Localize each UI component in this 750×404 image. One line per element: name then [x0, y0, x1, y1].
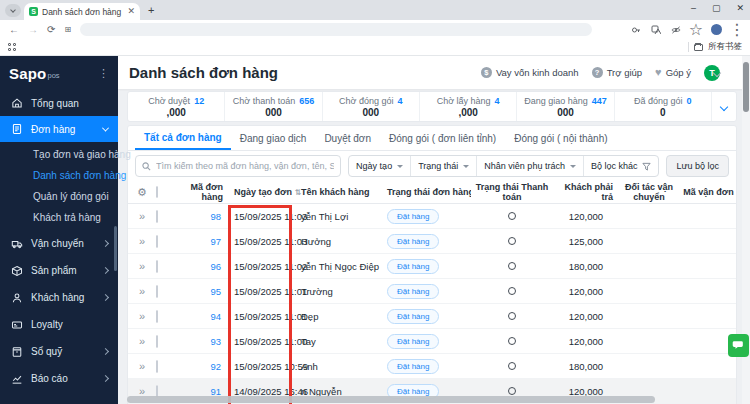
feedback-link[interactable]: ♥ Góp ý [655, 67, 691, 78]
row-checkbox[interactable] [156, 260, 158, 273]
browser-menu-icon[interactable]: ⋮ [732, 25, 742, 35]
tab-in-transaction[interactable]: Đang giao dịch [231, 126, 316, 150]
search-box[interactable] [135, 155, 341, 177]
col-created-date[interactable]: Ngày tạo đơn ⇅ [229, 187, 293, 197]
save-filter-button[interactable]: Lưu bộ lọc [666, 155, 729, 177]
order-code-link[interactable]: 96 [182, 261, 229, 272]
filter-date-created[interactable]: Ngày tạo [349, 156, 411, 176]
sidebar-item-overview[interactable]: Tổng quan [0, 90, 118, 116]
order-code-link[interactable]: 94 [182, 311, 229, 322]
col-order-status[interactable]: Trạng thái đơn hàng [381, 187, 471, 197]
back-icon[interactable]: ← [9, 25, 19, 35]
tab-pack-city[interactable]: Đóng gói ( nội thành) [505, 126, 616, 150]
stats-expand-chevron[interactable] [712, 92, 736, 121]
sidebar-subitem-returns[interactable]: Khách trả hàng [0, 207, 118, 228]
sidebar-subitem-order-list[interactable]: Danh sách đơn hàng [0, 165, 118, 186]
select-all-checkbox[interactable] [156, 186, 158, 198]
row-checkbox[interactable] [156, 210, 158, 223]
order-code-link[interactable]: 93 [182, 336, 229, 347]
order-code-link[interactable]: 97 [182, 236, 229, 247]
help-link[interactable]: ? Trợ giúp [592, 67, 642, 78]
order-code-link[interactable]: 92 [182, 361, 229, 372]
col-amount-due[interactable]: Khách phải trả [553, 182, 617, 202]
side-panel-icon[interactable]: ⊞ [64, 25, 71, 35]
col-customer-name[interactable]: Tên khách hàng [293, 187, 381, 197]
filter-status[interactable]: Trạng thái [411, 156, 477, 176]
forward-icon[interactable]: → [28, 25, 38, 35]
order-code-link[interactable]: 91 [182, 386, 229, 397]
row-expand-icon[interactable]: » [128, 360, 156, 372]
row-expand-icon[interactable]: » [128, 335, 156, 347]
sidebar-subitem-create-order[interactable]: Tạo đơn và giao hàng [0, 144, 118, 165]
all-bookmarks-label[interactable]: 所有书签 [708, 41, 742, 53]
window-minimize-button[interactable]: – [691, 3, 696, 13]
browser-tab[interactable]: S Danh sách đơn hàng ✕ [24, 3, 140, 20]
tab-close-icon[interactable]: ✕ [127, 7, 135, 16]
filter-other[interactable]: Bộ lọc khác [584, 156, 659, 176]
amount-due: 120,000 [553, 386, 617, 397]
stat-da-dong-goi[interactable]: Đã đóng gói0 0 [615, 92, 712, 121]
address-bar[interactable] [80, 23, 592, 36]
tab-pack-interprovince[interactable]: Đóng gói ( đơn liên tỉnh) [380, 126, 505, 150]
sidebar-item-reports[interactable]: Báo cáo [0, 365, 118, 392]
stat-dang-giao-hang[interactable]: Đang giao hàng447 000 [517, 92, 614, 121]
bookmark-star-icon[interactable]: ☆ [691, 25, 701, 35]
sidebar-scrollbar[interactable] [114, 226, 117, 271]
table-row[interactable]: » 95 15/09/2025 11:01 Trường Đặt hàng 12… [128, 279, 736, 304]
column-settings-gear-icon[interactable]: ⚙ [128, 186, 156, 199]
sidebar-item-shipping[interactable]: Vận chuyển [0, 230, 118, 257]
col-order-code[interactable]: Mã đơn hàng [182, 182, 229, 202]
horizontal-scrollbar-thumb[interactable] [127, 396, 655, 403]
col-payment-status[interactable]: Trạng thái Thanh toán [471, 182, 553, 202]
order-code-link[interactable]: 98 [182, 211, 229, 222]
stat-cho-thanh-toan[interactable]: Chờ thanh toán656 000 [225, 92, 322, 121]
window-close-button[interactable]: ✕ [736, 3, 744, 13]
table-row[interactable]: » 96 15/09/2025 11:02 yễn Thị Ngọc Điệp … [128, 254, 736, 279]
stat-cho-duyet[interactable]: Chờ duyệt12 ,000 [128, 92, 225, 121]
sidebar-item-loyalty[interactable]: Loyalty [0, 311, 118, 338]
row-checkbox[interactable] [156, 310, 158, 323]
new-tab-button[interactable]: + [148, 5, 154, 16]
support-chat-button[interactable] [728, 334, 749, 357]
row-checkbox[interactable] [156, 235, 158, 248]
filter-staff[interactable]: Nhân viên phụ trách [477, 156, 584, 176]
apps-grid-icon[interactable] [8, 43, 16, 51]
row-checkbox[interactable] [156, 335, 158, 348]
tab-approve[interactable]: Duyệt đơn [315, 126, 380, 150]
passkey-icon[interactable] [631, 25, 641, 35]
vertical-scrollbar-thumb[interactable] [743, 62, 749, 112]
order-code-link[interactable]: 95 [182, 286, 229, 297]
table-row[interactable]: » 94 15/09/2025 11:01 Đẹp Đặt hàng 120,0… [128, 304, 736, 329]
eye-off-icon[interactable] [671, 25, 681, 35]
translate-icon[interactable] [651, 25, 661, 35]
tab-search-button[interactable] [5, 4, 21, 17]
sidebar-subitem-packing[interactable]: Quản lý đóng gói [0, 186, 118, 207]
reload-icon[interactable]: ⟳ [47, 25, 55, 35]
table-row[interactable]: » 93 15/09/2025 11:00 Tay Đặt hàng 120,0… [128, 329, 736, 354]
sidebar-item-orders[interactable]: Đơn hàng [0, 116, 118, 142]
browser-profile-avatar[interactable] [711, 24, 722, 35]
sidebar-item-partial[interactable] [0, 395, 118, 404]
business-loan-link[interactable]: $ Vay vốn kinh doanh [481, 67, 579, 78]
stat-cho-dong-goi[interactable]: Chờ đóng gói4 000 [323, 92, 420, 121]
row-expand-icon[interactable]: » [128, 310, 156, 322]
table-row[interactable]: » 98 15/09/2025 11:03 yễn Thị Lợi Đặt hà… [128, 204, 736, 229]
row-expand-icon[interactable]: » [128, 235, 156, 247]
row-expand-icon[interactable]: » [128, 260, 156, 272]
sidebar-menu-icon[interactable]: ⋮ [98, 67, 109, 80]
row-expand-icon[interactable]: » [128, 285, 156, 297]
tab-all-orders[interactable]: Tất cả đơn hàng [135, 126, 231, 150]
stat-cho-lay-hang[interactable]: Chờ lấy hàng4 ,000 [420, 92, 517, 121]
row-expand-icon[interactable]: » [128, 210, 156, 222]
row-checkbox[interactable] [156, 285, 158, 298]
sidebar-item-products[interactable]: Sản phẩm [0, 257, 118, 284]
col-carrier[interactable]: Đối tác vận chuyển [617, 182, 681, 202]
sidebar-item-cashbook[interactable]: Sổ quỹ [0, 338, 118, 365]
row-checkbox[interactable] [156, 360, 158, 373]
sidebar-item-customers[interactable]: Khách hàng [0, 284, 118, 311]
table-row[interactable]: » 92 15/09/2025 10:59 Anh Đặt hàng 180,0… [128, 354, 736, 379]
table-row[interactable]: » 97 15/09/2025 11:03 Hưởng Đặt hàng 125… [128, 229, 736, 254]
window-maximize-button[interactable]: ▢ [712, 3, 721, 13]
col-tracking-code[interactable]: Mã vận đơn [681, 187, 736, 197]
search-input[interactable] [156, 161, 334, 171]
